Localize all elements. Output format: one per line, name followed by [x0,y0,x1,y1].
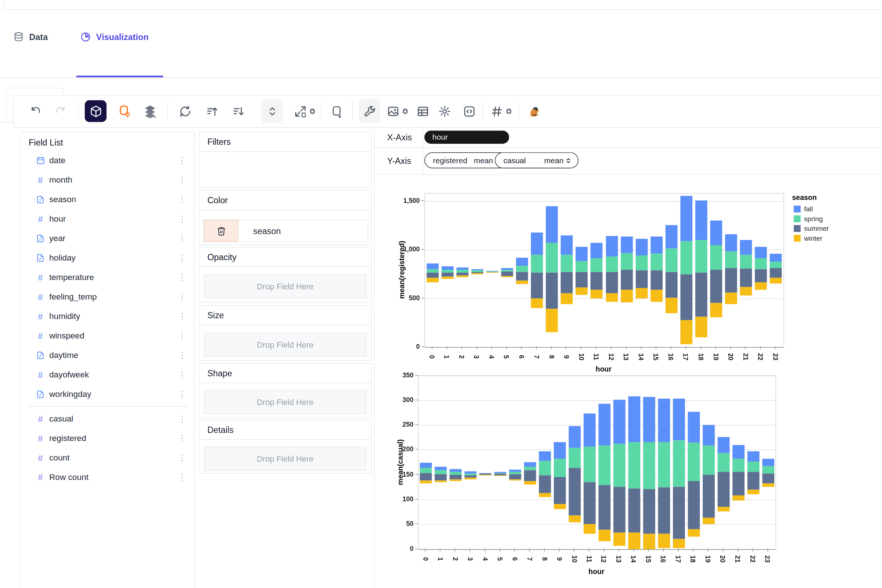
x-tick-label: 4 [479,553,490,564]
field-item-winspeed[interactable]: #winspeed⋮ [21,326,194,345]
field-menu-kebab-icon[interactable]: ⋮ [178,332,186,340]
bar-segment-summer [651,270,663,290]
image-export-icon[interactable] [386,104,400,119]
gridline [425,201,783,201]
field-item-temperature[interactable]: #temperature⋮ [21,267,194,287]
legend-entry-summer: summer [794,225,829,232]
field-item-registered[interactable]: #registered⋮ [21,429,194,448]
pointer-hint-icon[interactable] [117,104,132,119]
field-item-month[interactable]: #month⋮ [21,170,194,190]
field-menu-kebab-icon[interactable]: ⋮ [178,195,186,203]
undo-icon[interactable] [28,104,43,119]
field-menu-kebab-icon[interactable]: ⋮ [178,214,186,223]
field-item-workingday[interactable]: workingday⋮ [21,384,194,404]
card-plus-icon[interactable] [329,104,344,119]
bar-segment-summer [680,274,692,321]
wrench-icon[interactable] [358,99,380,123]
shape-drop-zone[interactable]: Drop Field Here [204,390,367,414]
field-label: winspeed [49,331,84,340]
refresh-icon[interactable] [177,104,193,119]
layers-icon[interactable] [142,104,158,119]
x-tick-mark [618,549,619,552]
field-menu-kebab-icon[interactable]: ⋮ [178,292,186,301]
bar-segment-summer [606,272,618,293]
field-menu-kebab-icon[interactable]: ⋮ [178,234,186,242]
aggregation-select[interactable]: mean [544,156,572,165]
field-menu-kebab-icon[interactable]: ⋮ [178,370,186,378]
field-menu-kebab-icon[interactable]: ⋮ [178,414,186,423]
aggregation-value: mean [544,156,564,165]
y-field-pill-casual[interactable]: casualmean [495,153,579,169]
y-tick-mark [422,298,424,298]
field-item-holiday[interactable]: holiday⋮ [21,248,194,267]
field-menu-kebab-icon[interactable]: ⋮ [178,434,186,442]
field-label: Row count [49,472,88,482]
bar-segment-spring [606,256,618,272]
x-tick-mark [536,346,537,350]
bar-segment-winter [450,479,462,481]
details-drop-zone[interactable]: Drop Field Here [204,447,367,471]
gear-icon[interactable] [401,107,409,115]
field-menu-kebab-icon[interactable]: ⋮ [178,254,186,262]
size-drop-zone[interactable]: Drop Field Here [204,333,367,357]
field-item-count[interactable]: #count⋮ [21,448,194,468]
table-icon[interactable] [415,104,430,119]
color-field-chip[interactable]: season [203,219,368,242]
field-item-daytime[interactable]: daytime⋮ [21,345,194,365]
field-menu-kebab-icon[interactable]: ⋮ [178,176,186,184]
bar-segment-summer [501,272,513,276]
field-item-row-count[interactable]: #Row count⋮ [21,468,194,487]
field-item-date[interactable]: date⋮ [21,151,194,170]
stacked-bar-hour-8 [539,452,551,497]
size-drop-placeholder: Drop Field Here [257,340,314,350]
field-menu-kebab-icon[interactable]: ⋮ [178,351,186,359]
y-tick-label: 350 [388,372,414,378]
field-menu-kebab-icon[interactable]: ⋮ [178,273,186,281]
resize-icon[interactable] [292,104,308,119]
tab-data[interactable]: Data [13,28,48,45]
field-menu-kebab-icon[interactable]: ⋮ [178,473,186,481]
stacked-bar-hour-21 [732,445,744,501]
filters-drop-area[interactable] [199,152,371,186]
field-item-season[interactable]: season⋮ [21,190,194,209]
toolbar-divider [78,102,79,120]
code-export-icon[interactable] [462,104,477,119]
field-item-year[interactable]: year⋮ [21,229,194,248]
hash-icon[interactable] [489,104,504,119]
gear-icon[interactable] [308,107,316,115]
field-item-dayofweek[interactable]: #dayofweek⋮ [21,365,194,384]
legend-entry-fall: fall [794,205,813,213]
bar-segment-winter [614,532,626,546]
stacked-bar-hour-5 [501,268,513,277]
field-menu-kebab-icon[interactable]: ⋮ [178,390,186,398]
x-field-pill[interactable]: hour [424,130,509,144]
field-item-feeling_temp[interactable]: #feeling_temp⋮ [21,287,194,306]
sort-ascending-icon[interactable] [204,104,219,119]
hash-icon: # [36,175,45,184]
opacity-drop-zone[interactable]: Drop Field Here [204,274,367,298]
bird-logo-icon[interactable] [526,104,542,119]
field-menu-kebab-icon[interactable]: ⋮ [178,156,186,164]
document-icon [36,234,45,243]
bar-segment-winter [584,524,596,534]
remove-field-button[interactable] [204,220,238,242]
cube-icon[interactable] [85,100,106,122]
x-tick-mark [551,346,552,350]
gear-icon[interactable] [505,107,513,115]
bar-segment-winter [420,480,432,483]
settings-gear-icon[interactable] [437,104,452,119]
field-label: casual [49,414,73,423]
x-tick-label: 5 [501,351,512,362]
x-tick-mark [700,346,701,350]
sort-descending-icon[interactable] [231,104,246,119]
field-item-casual[interactable]: #casual⋮ [21,409,194,429]
bar-segment-summer [554,477,566,504]
field-item-humidity[interactable]: #humidity⋮ [21,306,194,326]
pie-chart-icon [80,31,91,42]
collapse-expand-icon[interactable] [261,99,283,123]
stacked-bar-hour-19 [710,220,723,317]
field-menu-kebab-icon[interactable]: ⋮ [178,312,186,320]
tab-visualization[interactable]: Visualization [80,28,148,45]
field-menu-kebab-icon[interactable]: ⋮ [178,453,186,462]
field-item-hour[interactable]: #hour⋮ [21,209,194,229]
